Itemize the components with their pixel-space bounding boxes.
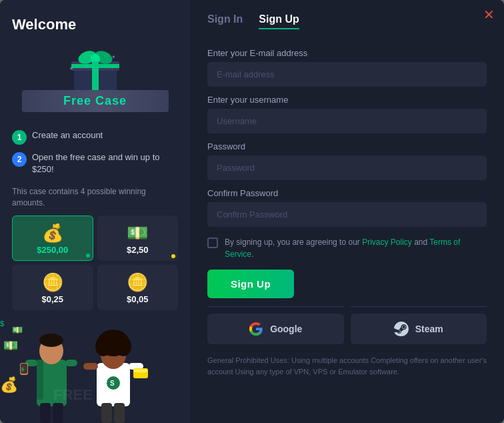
email-input[interactable] <box>207 62 487 87</box>
prize-grid: 💰 $250,00 💵 $2,50 🪙 $0,25 🪙 $0,05 <box>12 216 178 310</box>
svg-rect-13 <box>37 360 67 406</box>
svg-rect-36 <box>101 403 112 423</box>
svg-rect-33 <box>129 363 143 370</box>
svg-rect-35 <box>134 369 147 372</box>
svg-point-30 <box>95 336 111 356</box>
prize-card-3: 🪙 $0,25 <box>12 265 93 310</box>
svg-rect-19 <box>20 363 28 375</box>
username-input[interactable] <box>207 109 487 133</box>
step2-text: Open the free case and win up to $250! <box>32 151 178 175</box>
terms-checkbox-row: By signing up, you are agreeing to our P… <box>207 236 487 260</box>
signup-button[interactable]: Sign Up <box>207 270 294 298</box>
svg-point-14 <box>39 338 63 364</box>
svg-text:💵: 💵 <box>3 338 19 353</box>
svg-rect-32 <box>83 363 98 370</box>
tab-signin[interactable]: Sign In <box>207 13 243 29</box>
svg-point-31 <box>115 336 131 356</box>
right-panel: Sign In Sign Up Enter your E-mail addres… <box>190 0 504 423</box>
prize-icon-4: 🪙 <box>127 272 148 293</box>
divider-line-right <box>351 306 487 307</box>
svg-text:💵: 💵 <box>12 324 23 336</box>
terms-text-after: . <box>251 250 253 259</box>
step2-num: 2 <box>12 152 27 167</box>
svg-point-29 <box>97 330 129 356</box>
terms-text-middle: and <box>412 238 429 247</box>
divider <box>207 306 487 307</box>
gift-box-area: ✦ ✦ ····· Free Case ····· <box>12 45 178 112</box>
svg-text:FREE: FREE <box>53 386 93 403</box>
prize-card-4: 🪙 $0,05 <box>97 265 179 310</box>
terms-text-before: By signing up, you are agreeing to our <box>225 238 362 247</box>
prize-amount-3: $0,25 <box>41 294 63 304</box>
free-case-label: Free Case <box>63 94 127 108</box>
svg-rect-7 <box>93 61 98 68</box>
svg-point-28 <box>101 341 126 369</box>
gift-box-icon: ✦ ✦ <box>69 45 122 95</box>
svg-rect-22 <box>40 403 51 423</box>
oauth-row: Google Steam <box>207 314 487 344</box>
confirm-password-label: Confirm Password <box>207 188 487 198</box>
password-input[interactable] <box>207 155 487 180</box>
modal: ✕ Welcome <box>0 0 504 423</box>
password-label: Password <box>207 141 487 151</box>
footer-text: General Prohibited Uses: Using multiple … <box>207 355 487 377</box>
svg-rect-37 <box>114 403 125 423</box>
prize-icon-3: 🪙 <box>42 272 63 293</box>
prize-amount-4: $0,05 <box>127 294 149 304</box>
prize-card-2: 💵 $2,50 <box>97 216 179 261</box>
svg-point-26 <box>107 376 120 390</box>
svg-rect-18 <box>65 360 77 366</box>
steam-button[interactable]: Steam <box>351 314 487 344</box>
privacy-policy-link[interactable]: Privacy Policy <box>362 238 412 247</box>
google-label: Google <box>270 324 302 334</box>
google-icon <box>249 322 263 336</box>
prize-icon-1: 💰 <box>42 223 63 244</box>
svg-text:✦: ✦ <box>111 54 116 60</box>
svg-rect-20 <box>21 364 27 374</box>
step1-text: Create an account <box>32 129 103 141</box>
case-info: This case contains 4 possible winning am… <box>12 186 178 209</box>
svg-rect-25 <box>97 363 130 406</box>
username-label: Enter your username <box>207 95 487 105</box>
svg-rect-16 <box>37 360 43 400</box>
tab-signup[interactable]: Sign Up <box>259 13 299 29</box>
svg-point-15 <box>39 334 63 347</box>
svg-text:💰: 💰 <box>0 376 19 394</box>
steam-icon <box>394 322 409 336</box>
left-panel: Welcome <box>0 0 190 423</box>
svg-rect-34 <box>133 368 148 378</box>
svg-text:$: $ <box>0 320 4 328</box>
confirm-password-input[interactable] <box>207 202 487 227</box>
prize-icon-2: 💵 <box>127 223 148 244</box>
step-1: 1 Create an account <box>12 129 178 145</box>
steps: 1 Create an account 2 Open the free case… <box>12 129 178 182</box>
terms-checkbox[interactable] <box>207 238 218 248</box>
tabs: Sign In Sign Up <box>207 13 487 29</box>
svg-text:✦: ✦ <box>69 65 74 72</box>
google-button[interactable]: Google <box>207 314 344 344</box>
prize-card-1: 💰 $250,00 <box>12 216 93 261</box>
steam-label: Steam <box>415 324 443 334</box>
gift-box: ✦ ✦ <box>69 45 122 95</box>
svg-text:$: $ <box>21 367 24 372</box>
characters-illustration: 💵 💵 $ $ <box>0 296 187 423</box>
svg-text:S: S <box>110 380 115 387</box>
svg-rect-17 <box>25 360 37 366</box>
prize-amount-2: $2,50 <box>127 245 149 255</box>
welcome-title: Welcome <box>12 16 76 33</box>
step-2: 2 Open the free case and win up to $250! <box>12 151 178 175</box>
divider-line-left <box>207 306 344 307</box>
close-button[interactable]: ✕ <box>483 8 495 21</box>
step1-num: 1 <box>12 130 27 145</box>
terms-text: By signing up, you are agreeing to our P… <box>225 236 487 260</box>
svg-rect-23 <box>53 403 63 423</box>
free-case-banner: ····· Free Case ····· <box>22 90 169 112</box>
prize-amount-1: $250,00 <box>37 245 68 255</box>
email-label: Enter your E-mail address <box>207 48 487 58</box>
